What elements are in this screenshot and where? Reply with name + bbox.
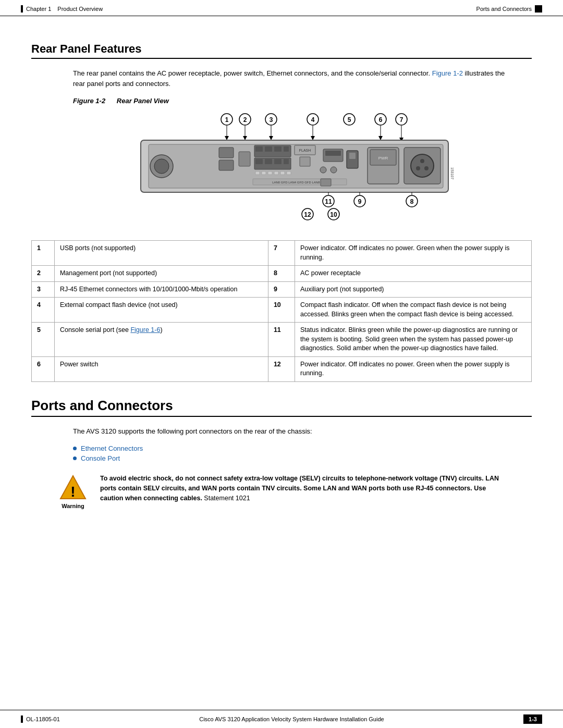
warning-normal-text: Statement 1021 [204, 495, 250, 502]
table-num-right: 10 [268, 298, 295, 323]
table-num-right: 7 [268, 241, 295, 266]
svg-rect-37 [284, 146, 289, 152]
table-num-left: 4 [32, 298, 55, 323]
footer-bar-icon [21, 715, 23, 723]
svg-text:8: 8 [410, 198, 414, 205]
table-desc-left: Console serial port (see Figure 1-6) [54, 323, 268, 357]
header-left: Chapter 1 Product Overview [21, 5, 103, 13]
table-row: 2Management port (not supported)8AC powe… [32, 266, 532, 282]
bullet-item-console: Console Port [73, 454, 532, 462]
figure-caption: Figure 1-2 Rear Panel View [73, 97, 532, 105]
svg-marker-15 [225, 136, 229, 140]
bullet-list: Ethernet Connectors Console Port [73, 445, 532, 462]
table-desc-right: Auxiliary port (not supported) [295, 281, 532, 298]
svg-rect-42 [284, 159, 289, 164]
table-num-left: 6 [32, 356, 55, 381]
svg-point-65 [424, 166, 429, 170]
warning-icon-area: ! Warning [52, 474, 94, 509]
svg-text:11: 11 [325, 198, 332, 205]
ethernet-connectors-link[interactable]: Ethernet Connectors [81, 445, 143, 452]
svg-marker-19 [269, 136, 273, 140]
figure-caption-italic: Figure 1-2 Rear Panel View [73, 97, 169, 105]
svg-rect-36 [274, 146, 282, 152]
table-row: 4External compact flash device (not used… [32, 298, 532, 323]
svg-rect-68 [321, 179, 331, 186]
table-row: 1USB ports (not supported)7Power indicat… [32, 241, 532, 266]
page-header: Chapter 1 Product Overview Ports and Con… [0, 0, 563, 16]
table-num-left: 3 [32, 281, 55, 298]
footer-center: Cisco AVS 3120 Application Velocity Syst… [199, 716, 384, 722]
svg-text:3: 3 [270, 116, 273, 124]
svg-rect-53 [325, 151, 341, 156]
warning-triangle-icon: ! [59, 474, 87, 501]
page-number: 1-3 [523, 714, 542, 724]
figure-link[interactable]: Figure 1-2 [432, 69, 463, 77]
table-desc-right: Status indicator. Blinks green while the… [295, 323, 532, 357]
svg-text:FLASH: FLASH [299, 149, 311, 152]
svg-point-54 [320, 167, 326, 173]
svg-text:LAN0  GFD  LAN4  GFD  GFD  LAN: LAN0 GFD LAN4 GFD GFD LAN8 GFD [272, 181, 327, 184]
svg-text:2: 2 [243, 116, 247, 124]
table-desc-right: AC power receptacle [295, 266, 532, 282]
table-num-right: 12 [268, 356, 295, 381]
svg-rect-30 [219, 147, 234, 158]
diagram-container: 1 2 3 4 5 6 7 [104, 110, 459, 230]
svg-rect-31 [219, 160, 234, 170]
warning-box: ! Warning To avoid electric shock, do no… [52, 472, 511, 511]
doc-number: OL-11805-01 [26, 716, 60, 722]
warning-text: To avoid electric shock, do not connect … [100, 474, 511, 503]
table-desc-left: RJ-45 Ethernet connectors with 10/100/10… [54, 281, 268, 298]
svg-rect-41 [274, 159, 282, 164]
table-row: 3RJ-45 Ethernet connectors with 10/100/1… [32, 281, 532, 298]
figure-caption-bold: Figure 1-2 [73, 97, 105, 105]
svg-rect-47 [262, 171, 266, 175]
svg-text:153107: 153107 [450, 167, 454, 179]
console-port-link[interactable]: Console Port [81, 454, 120, 462]
svg-rect-32 [239, 152, 250, 166]
svg-text:6: 6 [379, 116, 383, 124]
chapter-title: Product Overview [57, 6, 103, 12]
svg-text:1: 1 [225, 116, 229, 124]
header-bar-right-icon [535, 5, 542, 13]
rear-panel-body: The rear panel contains the AC power rec… [73, 68, 511, 89]
svg-rect-46 [255, 171, 260, 175]
bullet-dot-2 [73, 456, 77, 460]
warning-label: Warning [62, 503, 84, 509]
svg-rect-40 [265, 159, 272, 164]
table-desc-right: Compact flash indicator. Off when the co… [295, 298, 532, 323]
header-right: Ports and Connectors [476, 5, 542, 13]
table-desc-right: Power indicator. Off indicates no power.… [295, 241, 532, 266]
table-num-right: 11 [268, 323, 295, 357]
svg-text:10: 10 [330, 211, 337, 218]
header-section-title: Ports and Connectors [476, 6, 532, 12]
warning-bold-text: To avoid electric shock, do not connect … [100, 475, 499, 502]
svg-point-29 [154, 159, 169, 174]
chapter-label: Chapter 1 [26, 6, 51, 12]
figure-caption-text: Rear Panel View [117, 97, 169, 105]
svg-rect-50 [280, 171, 285, 175]
table-row: 5Console serial port (see Figure 1-6)11S… [32, 323, 532, 357]
svg-rect-39 [255, 159, 263, 164]
svg-text:9: 9 [358, 198, 362, 205]
ports-connectors-heading: Ports and Connectors [31, 398, 532, 417]
bullet-dot-1 [73, 447, 77, 450]
figure-1-6-link[interactable]: Figure 1-6 [130, 326, 160, 334]
body-text-1: The rear panel contains the AC power rec… [73, 69, 430, 77]
svg-text:4: 4 [311, 116, 315, 124]
header-bar-icon [21, 5, 23, 13]
table-desc-left: External compact flash device (not used) [54, 298, 268, 323]
svg-point-63 [420, 159, 424, 163]
svg-marker-23 [378, 136, 383, 140]
rear-panel-diagram: 1 2 3 4 5 6 7 [104, 110, 469, 230]
table-desc-left: Management port (not supported) [54, 266, 268, 282]
features-table: 1USB ports (not supported)7Power indicat… [31, 240, 532, 382]
footer-guide-title: Cisco AVS 3120 Application Velocity Syst… [199, 716, 384, 722]
svg-rect-48 [268, 171, 272, 175]
table-num-left: 1 [32, 241, 55, 266]
table-num-right: 9 [268, 281, 295, 298]
table-row: 6Power switch12Power indicator. Off indi… [32, 356, 532, 381]
svg-rect-49 [274, 171, 278, 175]
footer-left: OL-11805-01 [21, 715, 60, 723]
main-content: Rear Panel Features The rear panel conta… [0, 16, 563, 558]
svg-rect-45 [300, 157, 310, 166]
